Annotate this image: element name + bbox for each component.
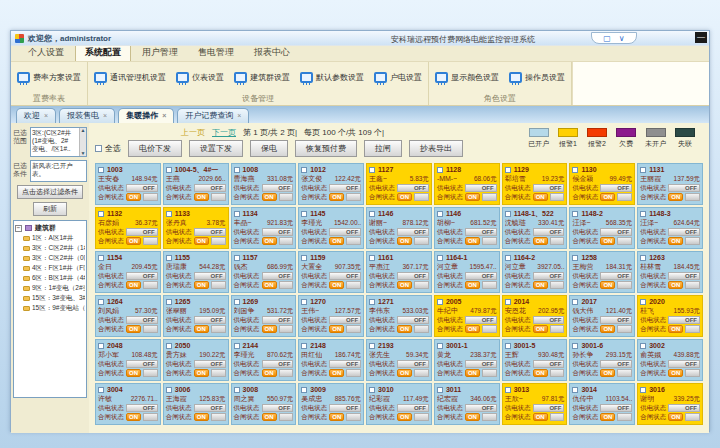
card-checkbox[interactable] <box>98 343 104 349</box>
card-checkbox[interactable] <box>437 167 443 173</box>
ribbon-button[interactable]: 显示颜色设置 <box>435 72 499 83</box>
supply-off-indicator[interactable]: OFF <box>600 184 632 192</box>
switch-on-indicator[interactable]: ON <box>533 325 548 333</box>
supply-off-indicator[interactable]: OFF <box>329 316 361 324</box>
supply-off-indicator[interactable]: OFF <box>397 404 429 412</box>
switch-on-indicator[interactable]: ON <box>329 413 344 421</box>
card-checkbox[interactable] <box>572 343 578 349</box>
switch-on-indicator[interactable]: ON <box>533 193 548 201</box>
switch-off-slot[interactable] <box>414 413 429 421</box>
supply-off-indicator[interactable]: OFF <box>600 316 632 324</box>
meter-card[interactable]: 1155唐瑞康544.28元供电状态OFF合闸状态ON <box>163 251 229 293</box>
switch-on-indicator[interactable]: ON <box>668 369 683 377</box>
supply-off-indicator[interactable]: OFF <box>600 228 632 236</box>
ribbon-button[interactable]: 通讯管理机设置 <box>94 72 166 83</box>
meter-card[interactable]: 1161平惠江367.17元供电状态OFF合闸状态ON <box>366 251 432 293</box>
switch-on-indicator[interactable]: ON <box>668 281 683 289</box>
switch-on-indicator[interactable]: ON <box>262 237 277 245</box>
meter-card[interactable]: 1159大置全907.35元供电状态OFF合闸状态ON <box>298 251 364 293</box>
supply-off-indicator[interactable]: OFF <box>533 360 565 368</box>
tree-item[interactable]: 3区：C区2#井（0区1 <box>15 253 85 263</box>
supply-off-indicator[interactable]: OFF <box>329 272 361 280</box>
card-checkbox[interactable] <box>572 387 578 393</box>
meter-card[interactable]: 1004-5、4#一王燕2029.66..供电状态OFF合闸状态ON <box>163 163 229 205</box>
switch-off-slot[interactable] <box>550 281 565 289</box>
supply-off-indicator[interactable]: OFF <box>600 404 632 412</box>
switch-off-slot[interactable] <box>279 369 294 377</box>
switch-off-slot[interactable] <box>685 193 700 201</box>
supply-off-indicator[interactable]: OFF <box>126 184 158 192</box>
switch-on-indicator[interactable]: ON <box>329 325 344 333</box>
supply-off-indicator[interactable]: OFF <box>329 184 361 192</box>
meter-card[interactable]: 2050贵方妹190.22元供电状态OFF合闸状态ON <box>163 339 229 381</box>
switch-on-indicator[interactable]: ON <box>465 193 480 201</box>
doc-tab-报装售电[interactable]: 报装售电× <box>59 108 115 123</box>
supply-off-indicator[interactable]: OFF <box>194 228 226 236</box>
ribbon-button[interactable]: 户电设置 <box>374 72 422 83</box>
switch-off-slot[interactable] <box>414 281 429 289</box>
meter-card[interactable]: 2017钱大伟121.40元供电状态OFF合闸状态ON <box>569 295 635 337</box>
supply-off-indicator[interactable]: OFF <box>329 404 361 412</box>
switch-off-slot[interactable] <box>414 237 429 245</box>
card-checkbox[interactable] <box>437 255 443 261</box>
switch-off-slot[interactable] <box>685 413 700 421</box>
meter-card[interactable]: 3001-5王辉930.48元供电状态OFF合闸状态ON <box>502 339 568 381</box>
meter-card[interactable]: 3004许敏2276.71..供电状态OFF合闸状态ON <box>95 383 161 425</box>
meter-card[interactable]: 1148-3汪泽~624.64元供电状态OFF合闸状态ON <box>637 207 703 249</box>
card-checkbox[interactable] <box>234 255 240 261</box>
card-checkbox[interactable] <box>234 387 240 393</box>
switch-on-indicator[interactable]: ON <box>194 369 209 377</box>
ribbon-button[interactable]: 仪表设置 <box>176 72 224 83</box>
card-checkbox[interactable] <box>505 167 511 173</box>
switch-off-slot[interactable] <box>550 369 565 377</box>
switch-off-slot[interactable] <box>617 193 632 201</box>
menu-tab-售电管理[interactable]: 售电管理 <box>189 45 243 61</box>
meter-card[interactable]: 3009吴成忠885.76元供电状态OFF合闸状态ON <box>298 383 364 425</box>
tree-item[interactable]: 15区：3#变电、3#变 <box>15 293 85 303</box>
meter-card[interactable]: 1003王安春148.94元供电状态OFF合闸状态ON <box>95 163 161 205</box>
switch-on-indicator[interactable]: ON <box>533 413 548 421</box>
switch-off-slot[interactable] <box>550 193 565 201</box>
card-checkbox[interactable] <box>301 167 307 173</box>
card-checkbox[interactable] <box>166 167 172 173</box>
meter-card[interactable]: 1164-2河立章3927.05..供电状态OFF合闸状态ON <box>502 251 568 293</box>
supply-off-indicator[interactable]: OFF <box>668 272 700 280</box>
card-checkbox[interactable] <box>640 255 646 261</box>
tree-item[interactable]: 3区：C区2#井（1#变 <box>15 243 85 253</box>
switch-off-slot[interactable] <box>482 237 497 245</box>
meter-card[interactable]: 2014安恩花202.95元供电状态OFF合闸状态ON <box>502 295 568 337</box>
switch-off-slot[interactable] <box>143 193 158 201</box>
card-checkbox[interactable] <box>166 343 172 349</box>
supply-off-indicator[interactable]: OFF <box>668 184 700 192</box>
meter-card[interactable]: 1258王梅营184.31元供电状态OFF合闸状态ON <box>569 251 635 293</box>
switch-on-indicator[interactable]: ON <box>668 325 683 333</box>
card-checkbox[interactable] <box>166 299 172 305</box>
switch-off-slot[interactable] <box>346 413 361 421</box>
supply-off-indicator[interactable]: OFF <box>329 228 361 236</box>
listbox-scrollbar[interactable]: ▲▼ <box>79 128 86 156</box>
supply-off-indicator[interactable]: OFF <box>262 316 294 324</box>
meter-card[interactable]: 1008曹海燕331.08元供电状态OFF合闸状态ON <box>231 163 297 205</box>
switch-on-indicator[interactable]: ON <box>329 281 344 289</box>
switch-on-indicator[interactable]: ON <box>194 193 209 201</box>
switch-off-slot[interactable] <box>550 325 565 333</box>
select-all-checkbox[interactable]: 全选 <box>95 143 121 154</box>
card-checkbox[interactable] <box>98 167 104 173</box>
switch-off-slot[interactable] <box>550 413 565 421</box>
switch-on-indicator[interactable]: ON <box>194 325 209 333</box>
switch-off-slot[interactable] <box>346 325 361 333</box>
switch-on-indicator[interactable]: ON <box>668 413 683 421</box>
switch-on-indicator[interactable]: ON <box>126 237 141 245</box>
card-checkbox[interactable] <box>505 387 511 393</box>
meter-card[interactable]: 3011纪宏霞346.06元供电状态OFF合闸状态ON <box>434 383 500 425</box>
supply-off-indicator[interactable]: OFF <box>600 360 632 368</box>
supply-off-indicator[interactable]: OFF <box>397 272 429 280</box>
switch-off-slot[interactable] <box>143 281 158 289</box>
switch-on-indicator[interactable]: ON <box>600 193 615 201</box>
meter-card[interactable]: 2020桂飞155.93元供电状态OFF合闸状态ON <box>637 295 703 337</box>
switch-off-slot[interactable] <box>143 237 158 245</box>
switch-off-slot[interactable] <box>482 325 497 333</box>
close-tab-icon[interactable]: × <box>237 112 241 119</box>
meter-card[interactable]: 1132石彦娟36.37元供电状态OFF合闸状态ON <box>95 207 161 249</box>
switch-on-indicator[interactable]: ON <box>397 413 412 421</box>
